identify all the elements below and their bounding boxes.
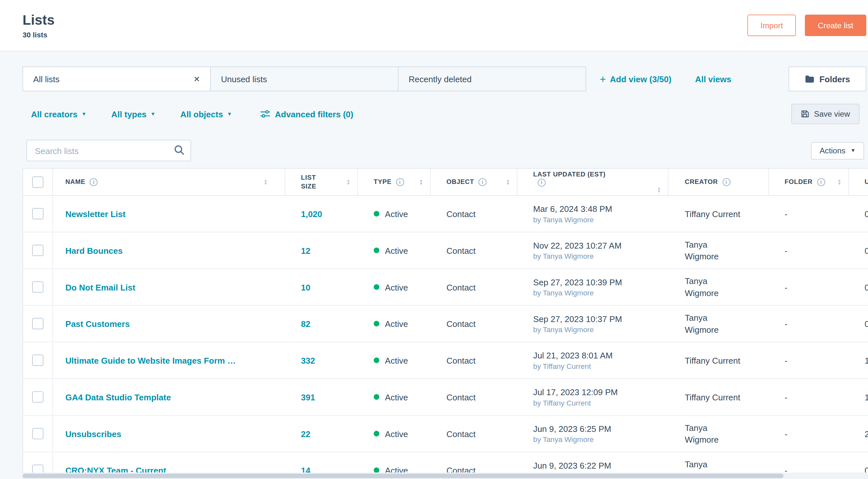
all-views-button[interactable]: All views: [695, 74, 731, 84]
list-size-link[interactable]: 10: [301, 282, 311, 292]
advanced-filters-button[interactable]: Advanced filters (0): [260, 109, 353, 119]
row-checkbox[interactable]: [32, 245, 43, 256]
list-object-label: Contact: [446, 356, 475, 365]
info-icon[interactable]: i: [817, 178, 825, 185]
list-name-link[interactable]: Hard Bounces: [65, 246, 122, 255]
info-icon[interactable]: i: [90, 178, 98, 185]
horizontal-scrollbar[interactable]: [23, 473, 868, 479]
objects-filter-label: All objects: [180, 109, 223, 119]
folder-value: -: [784, 429, 787, 438]
used-in-value: 0: [865, 282, 868, 292]
size-cell: 82: [285, 305, 358, 341]
sort-down-icon: ▼: [264, 182, 268, 185]
caret-down-icon: ▼: [82, 112, 86, 117]
column-header-size[interactable]: LIST SIZE ▲▼: [285, 169, 358, 196]
objects-filter-dropdown[interactable]: All objects ▼: [180, 109, 232, 119]
updated-date: Jul 21, 2023 8:01 AM: [533, 350, 613, 360]
tab-recently-deleted[interactable]: Recently deleted: [398, 67, 586, 91]
used-in-cell: 1: [849, 379, 868, 415]
info-icon[interactable]: i: [478, 178, 486, 185]
column-label: FOLDER: [784, 178, 812, 186]
row-checkbox[interactable]: [32, 428, 43, 439]
tab-all-lists[interactable]: All lists ✕: [23, 67, 211, 91]
column-header-name[interactable]: NAME i ▲▼: [53, 169, 285, 196]
select-all-checkbox[interactable]: [32, 176, 43, 187]
size-cell: 10: [285, 269, 358, 305]
folders-button[interactable]: Folders: [788, 67, 866, 91]
folder-value: -: [784, 282, 787, 292]
tab-close-icon[interactable]: ✕: [194, 74, 200, 84]
header-actions: Import Create list: [747, 14, 866, 36]
info-icon[interactable]: i: [538, 179, 546, 186]
save-view-button[interactable]: Save view: [791, 104, 860, 124]
row-checkbox[interactable]: [32, 318, 43, 330]
updated-date: Nov 22, 2023 10:27 AM: [533, 240, 621, 250]
type-cell: Active: [358, 269, 431, 305]
name-cell: Newsletter List: [53, 196, 285, 232]
folder-value: -: [784, 356, 787, 365]
column-header-object[interactable]: OBJECT i ▲▼: [431, 169, 518, 196]
updated-by: by Tanya Wigmore: [533, 325, 593, 333]
list-name-link[interactable]: Ultimate Guide to Website Images Form …: [65, 356, 236, 365]
used-in-cell: 2: [849, 416, 868, 452]
row-checkbox[interactable]: [32, 208, 43, 219]
search-input[interactable]: [27, 140, 191, 161]
column-header-updated[interactable]: LAST UPDATED (EST) i ▲▼: [518, 169, 669, 196]
column-label: OBJECT: [446, 178, 474, 186]
creators-filter-label: All creators: [31, 109, 77, 119]
sort-icons: ▲▼: [419, 178, 423, 185]
table-header-row: NAME i ▲▼ LIST SIZE ▲▼ TYPE i ▲▼ OBJECT …: [23, 169, 868, 196]
import-button[interactable]: Import: [747, 14, 796, 36]
list-name-link[interactable]: Newsletter List: [65, 209, 125, 218]
updated-date: Jul 17, 2023 12:09 PM: [533, 387, 618, 396]
list-size-link[interactable]: 82: [301, 319, 311, 328]
info-icon[interactable]: i: [396, 178, 404, 185]
row-checkbox-cell: [23, 269, 53, 305]
folder-cell: -: [769, 232, 849, 268]
list-size-link[interactable]: 391: [301, 392, 315, 402]
table-row: Past Customers 82 Active Contact Sep 27,…: [23, 305, 868, 342]
add-view-button[interactable]: + Add view (3/50): [600, 73, 672, 84]
column-header-type[interactable]: TYPE i ▲▼: [358, 169, 431, 196]
object-cell: Contact: [431, 196, 518, 232]
list-name-link[interactable]: GA4 Data Studio Template: [65, 392, 171, 402]
caret-down-icon: ▼: [150, 112, 155, 117]
row-checkbox[interactable]: [32, 391, 43, 402]
folder-cell: -: [769, 342, 849, 378]
lists-count: 30 lists: [23, 30, 55, 39]
updated-date: Sep 27, 2023 10:39 PM: [533, 277, 622, 287]
list-size-link[interactable]: 22: [301, 429, 311, 438]
updated-by: by Tiffany Current: [533, 398, 591, 407]
actions-button[interactable]: Actions ▼: [811, 142, 864, 159]
list-name-link[interactable]: Past Customers: [65, 319, 130, 328]
creators-filter-dropdown[interactable]: All creators ▼: [31, 109, 86, 119]
column-header-folder[interactable]: FOLDER i ▲▼: [769, 169, 849, 196]
tab-label: All lists: [33, 74, 59, 84]
list-name-link[interactable]: Unsubscribes: [65, 429, 121, 438]
row-checkbox[interactable]: [32, 281, 43, 293]
sliders-icon: [260, 110, 270, 118]
list-size-link[interactable]: 332: [301, 356, 315, 365]
table-row: Newsletter List 1,020 Active Contact Mar…: [23, 196, 868, 232]
name-cell: Unsubscribes: [53, 416, 285, 452]
caret-down-icon: ▼: [850, 148, 855, 153]
table-row: Unsubscribes 22 Active Contact Jun 9, 20…: [23, 416, 868, 452]
tab-unused-lists[interactable]: Unused lists: [210, 67, 399, 91]
sort-icons: ▲▼: [346, 178, 350, 185]
horizontal-scrollbar-thumb[interactable]: [23, 474, 783, 478]
create-list-button[interactable]: Create list: [805, 14, 866, 36]
list-object-label: Contact: [446, 246, 475, 255]
folder-cell: -: [769, 379, 849, 415]
info-icon[interactable]: i: [722, 178, 730, 185]
column-label: TYPE: [374, 178, 392, 186]
folder-icon: [805, 75, 814, 83]
folder-cell: -: [769, 416, 849, 452]
list-size-link[interactable]: 12: [301, 246, 311, 255]
tab-label: Recently deleted: [409, 74, 472, 84]
types-filter-dropdown[interactable]: All types ▼: [112, 109, 156, 119]
row-checkbox[interactable]: [32, 355, 43, 366]
creator-cell: Tanya Wigmore: [669, 305, 769, 341]
list-size-link[interactable]: 1,020: [301, 209, 322, 218]
save-view-label: Save view: [814, 110, 850, 119]
list-name-link[interactable]: Do Not Email List: [65, 282, 135, 292]
